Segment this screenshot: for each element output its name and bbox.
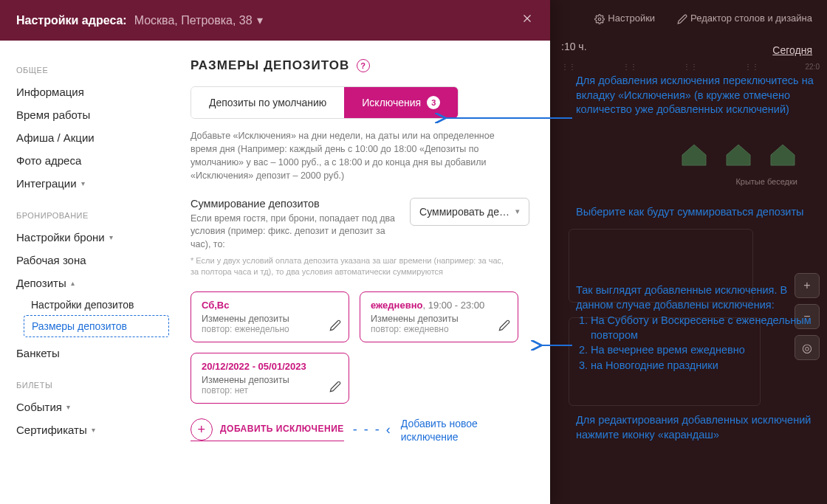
chevron-down-icon: ▾ bbox=[109, 233, 113, 241]
chevron-down-icon: ▾ bbox=[81, 179, 85, 187]
exceptions-count-badge: 3 bbox=[427, 96, 440, 109]
backdrop-today-link[interactable]: Сегодня bbox=[772, 44, 812, 56]
section-label-booking: БРОНИРОВАНИЕ bbox=[16, 211, 169, 220]
svg-point-0 bbox=[599, 18, 602, 21]
nav-promo[interactable]: Афиша / Акции bbox=[16, 126, 169, 149]
help-icon[interactable]: ? bbox=[357, 59, 370, 72]
plus-icon: + bbox=[191, 418, 213, 441]
nav-events[interactable]: События▾ bbox=[16, 396, 169, 418]
chevron-down-icon: ▾ bbox=[92, 426, 95, 434]
nav-settings[interactable]: Настройки bbox=[594, 13, 655, 24]
callout-1: Для добавления исключения переключитесь … bbox=[576, 74, 820, 117]
nav-integrations[interactable]: Интеграции▾ bbox=[16, 172, 169, 195]
callout-arrow-icon bbox=[436, 111, 576, 125]
backdrop-time: :10 ч. bbox=[561, 41, 587, 52]
summing-footnote: * Если у двух условий оплата депозита ук… bbox=[191, 255, 508, 278]
callout-2: Выберите как будут суммироваться депозит… bbox=[576, 205, 803, 220]
sidebar: ОБЩЕЕ Информация Время работы Афиша / Ак… bbox=[0, 41, 170, 504]
nav-booking-settings[interactable]: Настройки брони▾ bbox=[16, 226, 169, 249]
nav-deposit-settings[interactable]: Настройки депозитов bbox=[24, 294, 169, 315]
dashed-arrow-icon: - - - ‹ bbox=[353, 422, 392, 438]
callout-3: Так выглядят добавленные исключения. В д… bbox=[576, 283, 820, 373]
chevron-down-icon: ▾ bbox=[257, 13, 263, 27]
pencil-icon[interactable] bbox=[329, 381, 341, 396]
nav-photo[interactable]: Фото адреса bbox=[16, 149, 169, 172]
nav-bankets[interactable]: Банкеты bbox=[16, 342, 169, 365]
summing-row: Суммирование депозитов Если время гостя,… bbox=[191, 198, 529, 252]
add-exception-button[interactable]: + ДОБАВИТЬ ИСКЛЮЧЕНИЕ bbox=[191, 418, 344, 441]
exception-card[interactable]: 20/12/2022 - 05/01/2023 Изменены депозит… bbox=[191, 353, 349, 404]
nav-deposits-sub: Настройки депозитов Размеры депозитов bbox=[16, 294, 169, 337]
pencil-icon[interactable] bbox=[329, 320, 341, 334]
section-label-general: ОБЩЕЕ bbox=[16, 66, 169, 75]
exception-card[interactable]: ежедневно, 19:00 - 23:00 Изменены депози… bbox=[360, 291, 518, 342]
exception-card[interactable]: Сб,Вс Изменены депозиты повтор: еженедел… bbox=[191, 291, 349, 342]
callout-4: Для редактирования добавленных исключени… bbox=[576, 413, 820, 442]
close-button[interactable] bbox=[521, 12, 534, 29]
address-selector[interactable]: Москва, Петровка, 38 bbox=[134, 14, 253, 27]
add-hint: Добавить новое исключение bbox=[401, 417, 478, 443]
nav-hours[interactable]: Время работы bbox=[16, 103, 169, 126]
chevron-down-icon: ▾ bbox=[515, 207, 520, 216]
settings-modal: Настройки адреса: Москва, Петровка, 38 ▾… bbox=[0, 0, 550, 504]
nav-certs[interactable]: Сертификаты▾ bbox=[16, 418, 169, 441]
tabs: Депозиты по умолчанию Исключения 3 bbox=[191, 86, 459, 119]
hint-text: Добавьте «Исключения» на дни недели, на … bbox=[191, 129, 515, 183]
nav-deposits[interactable]: Депозиты▴ bbox=[16, 272, 169, 294]
section-label-tickets: БИЛЕТЫ bbox=[16, 381, 169, 390]
nav-deposit-sizes[interactable]: Размеры депозитов bbox=[24, 315, 169, 337]
summing-desc: Если время гостя, при брони, попадает по… bbox=[191, 213, 398, 252]
add-exception-row: + ДОБАВИТЬ ИСКЛЮЧЕНИЕ - - - ‹ Добавить н… bbox=[191, 417, 529, 443]
nav-info[interactable]: Информация bbox=[16, 80, 169, 103]
tab-default[interactable]: Депозиты по умолчанию bbox=[191, 87, 344, 118]
pencil-icon[interactable] bbox=[498, 320, 510, 334]
header-label: Настройки адреса: bbox=[16, 14, 127, 27]
summing-select[interactable]: Суммировать де… ▾ bbox=[410, 198, 529, 226]
exception-cards: Сб,Вс Изменены депозиты повтор: еженедел… bbox=[191, 291, 529, 404]
chevron-up-icon: ▴ bbox=[71, 279, 75, 287]
nav-editor[interactable]: Редактор столов и дизайна bbox=[677, 13, 812, 24]
modal-header: Настройки адреса: Москва, Петровка, 38 ▾ bbox=[0, 0, 550, 41]
page-title: РАЗМЕРЫ ДЕПОЗИТОВ ? bbox=[191, 58, 529, 73]
nav-workzone[interactable]: Рабочая зона bbox=[16, 249, 169, 272]
callout-arrow-icon bbox=[532, 338, 576, 353]
summing-title: Суммирование депозитов bbox=[191, 198, 398, 210]
chevron-down-icon: ▾ bbox=[66, 403, 70, 411]
